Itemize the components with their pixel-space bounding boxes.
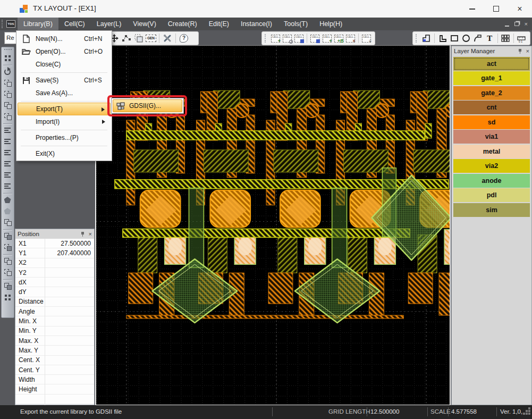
save-cell-icon[interactable]: CELL [293, 32, 305, 44]
table-row: Max. X [15, 336, 94, 346]
toolbar-separator [3, 279, 12, 280]
distribute-middle-icon[interactable] [2, 170, 14, 181]
menu-item-save[interactable]: Save(S) Ctrl+S [18, 74, 111, 87]
menu-item-import[interactable]: Import(I) [18, 115, 111, 128]
cell-list-icon[interactable]: CELL≡ [361, 32, 372, 44]
rectangle-icon[interactable] [449, 32, 460, 44]
menu-view[interactable]: View(V) [127, 18, 162, 30]
intersect-icon[interactable] [2, 267, 14, 278]
mdi-restore-icon[interactable] [514, 22, 519, 26]
menu-item-properties[interactable]: Properties...(P) [18, 131, 111, 144]
copy-cell-icon[interactable]: CELL+B [333, 32, 344, 44]
menu-separator [21, 130, 107, 130]
table-row: Cent. X [15, 356, 94, 365]
group-icon[interactable] [2, 231, 14, 242]
layer-button-sd[interactable]: sd [453, 115, 530, 129]
rotate-icon[interactable] [2, 66, 14, 78]
menu-item-exit[interactable]: Exit(X) [18, 147, 111, 160]
ports-icon[interactable] [500, 32, 511, 44]
toolbar-grip[interactable] [416, 34, 418, 43]
find-cell-icon[interactable]: CELL [282, 32, 293, 44]
circle-icon[interactable] [460, 32, 471, 44]
layer-button-cnt[interactable]: cnt [453, 100, 530, 114]
distribute-top-icon[interactable] [2, 158, 14, 170]
save-cell-as-icon[interactable]: CELL [309, 32, 320, 44]
layer-button-act[interactable]: act [453, 57, 530, 71]
layer-button-gate2[interactable]: gate_2 [453, 86, 530, 100]
minimize-icon [469, 9, 475, 10]
menu-item-new[interactable]: New(N)... Ctrl+N [18, 32, 111, 45]
menu-item-close[interactable]: Close(C) [18, 58, 111, 71]
merge-icon[interactable] [2, 256, 14, 267]
layer-button-via1[interactable]: via1 [453, 130, 530, 144]
mdi-window-controls: × [505, 18, 528, 30]
layer-button-sim[interactable]: sim [453, 203, 530, 217]
stretch-icon[interactable] [2, 100, 14, 111]
vertex-edit-icon[interactable] [121, 32, 132, 44]
document-icon[interactable]: TDS [6, 20, 15, 28]
layer-button-gate1[interactable]: gate_1 [453, 71, 530, 85]
maximize-button[interactable] [485, 0, 506, 18]
layer-button-anode[interactable]: anode [453, 174, 530, 188]
status-divider [496, 407, 497, 416]
polygon-outline-icon[interactable] [2, 206, 14, 217]
menu-help[interactable]: Help(H) [314, 18, 348, 30]
re-toolbar-box[interactable]: Re [4, 32, 17, 44]
align-right-icon[interactable] [2, 147, 14, 158]
menu-item-save-as[interactable]: Save As(A)... [18, 87, 111, 99]
new-cell-icon[interactable]: CELL+ [270, 32, 281, 44]
menu-cell[interactable]: Cell(C) [58, 18, 91, 30]
polygon-icon[interactable] [2, 195, 14, 206]
tools-icon[interactable] [162, 32, 173, 44]
toolbar-grip[interactable] [265, 34, 267, 43]
ungroup-icon[interactable] [2, 242, 14, 253]
delete-cell-icon[interactable]: CELL× [345, 32, 356, 44]
menu-item-open[interactable]: Open(O)... Ctrl+O [18, 45, 111, 58]
resize-grip[interactable] [528, 407, 530, 409]
layer-button-via2[interactable]: via2 [453, 159, 530, 173]
instance-edit-icon[interactable] [133, 32, 145, 44]
pin-icon[interactable] [518, 48, 523, 54]
array-icon[interactable] [2, 292, 14, 303]
align-center-icon[interactable] [2, 136, 14, 147]
freeform-path-icon[interactable] [472, 32, 483, 44]
pin-icon[interactable] [80, 231, 86, 237]
resize-icon[interactable] [2, 111, 14, 122]
edit-cell-icon[interactable] [2, 53, 14, 64]
overlap-icon[interactable] [2, 217, 14, 228]
ruler-icon[interactable]: 0 1 [516, 32, 527, 44]
distribute-bottom-icon[interactable] [2, 181, 14, 192]
mdi-close-icon[interactable]: × [525, 21, 528, 27]
table-row: Max. Y [15, 346, 94, 355]
mdi-minimize-icon[interactable] [505, 26, 509, 27]
ortho-polygon-icon[interactable] [421, 32, 432, 44]
align-left-icon[interactable] [2, 125, 14, 136]
layer-button-metal[interactable]: metal [453, 145, 530, 158]
menu-instance[interactable]: Instance(I) [235, 18, 278, 30]
close-button[interactable]: × [509, 0, 530, 18]
menu-item-export[interactable]: Export(T) [18, 103, 111, 115]
menu-edit[interactable]: Edit(E) [203, 18, 235, 30]
layer-button-pdl[interactable]: pdl [453, 188, 530, 202]
path-icon[interactable] [437, 32, 448, 44]
menu-layer[interactable]: Layer(L) [91, 18, 128, 30]
toolbar-grip[interactable] [4, 49, 12, 51]
text-icon[interactable]: T [484, 32, 495, 44]
minimize-button[interactable] [461, 0, 483, 18]
table-row: Y1207.400000 [15, 248, 94, 258]
mirror-icon[interactable] [2, 78, 14, 89]
add-cell-icon[interactable]: CELL+ [321, 32, 332, 44]
help-icon[interactable]: ? [178, 32, 190, 44]
close-icon[interactable]: × [89, 231, 92, 237]
node-edit-icon[interactable] [2, 89, 14, 100]
menu-create[interactable]: Create(R) [162, 18, 203, 30]
table-row: Y2 [15, 268, 94, 278]
menubar-grip[interactable] [2, 20, 5, 28]
menu-tools[interactable]: Tools(T) [278, 18, 314, 30]
table-row: Min. Y [15, 326, 94, 336]
menu-library[interactable]: Library(B) [18, 18, 58, 30]
subtract-icon[interactable] [2, 281, 14, 292]
generate-icon[interactable]: GEN [145, 32, 157, 44]
layer-manager-panel: Layer Manager × act gate_1 gate_2 cnt sd… [451, 46, 532, 405]
close-icon[interactable]: × [526, 48, 529, 54]
